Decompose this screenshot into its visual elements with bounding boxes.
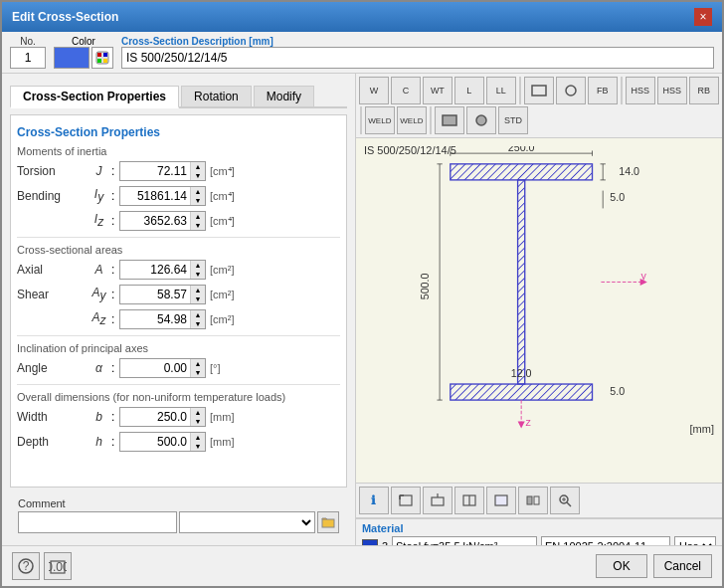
overall-label: Overall dimensions (for non-uniform temp… [17, 391, 340, 403]
axial-down[interactable]: ▼ [191, 270, 205, 279]
tab-rotation[interactable]: Rotation [181, 86, 252, 106]
tb-w-button[interactable]: W [359, 77, 389, 104]
material-section: Material 3 Use [356, 518, 722, 545]
shear-az-input[interactable] [120, 311, 190, 327]
bending-iz-input[interactable] [120, 213, 190, 229]
depth-label: Depth [17, 435, 87, 449]
right-bottom-toolbar: ℹ [356, 483, 722, 518]
tabs: Cross-Section Properties Rotation Modify [10, 86, 347, 108]
zoom-fit-button[interactable] [391, 487, 421, 514]
angle-up[interactable]: ▲ [191, 359, 205, 368]
svg-text:?: ? [23, 559, 30, 573]
shear-az-down[interactable]: ▼ [191, 319, 205, 328]
axial-input-wrap: ▲ ▼ [119, 260, 206, 280]
tb-weld2-button[interactable]: WELD [397, 106, 427, 134]
view-button[interactable] [423, 487, 452, 514]
tb-std-button[interactable]: STD [498, 106, 528, 134]
material-row: 3 Use [362, 536, 716, 545]
svg-rect-39 [432, 497, 444, 505]
svg-text:500.0: 500.0 [419, 273, 431, 299]
bending-iz-up[interactable]: ▲ [191, 212, 205, 221]
view2-button[interactable] [454, 487, 484, 514]
comment-browse-button[interactable] [317, 511, 339, 533]
shear-az-spinners: ▲ ▼ [190, 310, 205, 328]
tb-wt-button[interactable]: WT [423, 77, 452, 104]
tb-c-button[interactable]: C [391, 77, 421, 104]
view3-button[interactable] [486, 487, 516, 514]
ok-button[interactable]: OK [596, 554, 646, 578]
reset-button[interactable]: 0.00 [44, 552, 72, 580]
torsion-up[interactable]: ▲ [191, 162, 205, 171]
shear-ay-input[interactable] [120, 287, 190, 302]
bending-iy-symbol: Iy [87, 187, 111, 204]
angle-input[interactable] [120, 360, 190, 376]
tb-cir2-button[interactable] [466, 106, 496, 134]
tb-weld1-button[interactable]: WELD [365, 106, 395, 134]
shear-az-symbol: Az [87, 310, 111, 327]
shear-az-row: Az : ▲ ▼ [cm²] [17, 309, 340, 329]
bending-iy-down[interactable]: ▼ [191, 196, 205, 205]
cancel-button[interactable]: Cancel [653, 554, 712, 578]
depth-symbol: h [87, 435, 111, 449]
tb-hss1-button[interactable]: HSS [626, 77, 655, 104]
depth-input[interactable] [120, 434, 190, 450]
comment-dropdown[interactable] [179, 511, 315, 533]
bending-iy-input[interactable] [120, 188, 190, 204]
tb-rec1-button[interactable] [524, 77, 554, 104]
desc-section: Cross-Section Description [mm] [121, 36, 714, 69]
bending-iz-unit: [cm⁴] [210, 215, 235, 228]
bending-label: Bending [17, 189, 87, 203]
view4-button[interactable] [518, 487, 548, 514]
shear-az-up[interactable]: ▲ [191, 310, 205, 319]
tb-rb-button[interactable]: RB [689, 77, 719, 104]
material-standard-input[interactable] [541, 536, 670, 545]
tb-hss2-button[interactable]: HSS [657, 77, 687, 104]
bottom-right: OK Cancel [596, 554, 712, 578]
svg-rect-44 [527, 496, 532, 504]
torsion-down[interactable]: ▼ [191, 171, 205, 180]
shear-ay-down[interactable]: ▼ [191, 294, 205, 303]
drawing-area: IS 500/250/12/14/5 [mm] [356, 138, 722, 483]
shear-ay-up[interactable]: ▲ [191, 286, 205, 294]
separator2 [17, 335, 340, 336]
color-picker-button[interactable] [91, 47, 113, 69]
svg-text:z: z [526, 416, 531, 428]
width-input[interactable] [120, 409, 190, 425]
comment-input[interactable] [18, 511, 177, 533]
info-button[interactable]: ℹ [359, 487, 389, 514]
svg-point-9 [476, 115, 486, 125]
section-header: Cross-Section Properties [17, 125, 340, 139]
tb-fb-button[interactable]: FB [588, 77, 618, 104]
depth-down[interactable]: ▼ [191, 442, 205, 451]
view-icon [429, 492, 447, 508]
right-panel: W C WT L LL FB HSS HSS RB [355, 74, 722, 545]
angle-down[interactable]: ▼ [191, 368, 205, 377]
bending-iy-up[interactable]: ▲ [191, 187, 205, 196]
material-fy-input[interactable] [392, 536, 537, 545]
tb-rec2-button[interactable] [435, 106, 464, 134]
depth-up[interactable]: ▲ [191, 433, 205, 442]
cir2-icon [472, 112, 490, 128]
width-down[interactable]: ▼ [191, 417, 205, 426]
desc-input[interactable] [121, 47, 714, 69]
bending-iz-down[interactable]: ▼ [191, 221, 205, 230]
zoom-button[interactable] [550, 487, 580, 514]
width-up[interactable]: ▲ [191, 408, 205, 417]
close-button[interactable]: × [694, 8, 712, 26]
tab-properties[interactable]: Cross-Section Properties [10, 86, 179, 108]
axial-up[interactable]: ▲ [191, 261, 205, 270]
help-button[interactable]: ? [12, 552, 40, 580]
tab-modify[interactable]: Modify [254, 86, 314, 106]
top-section: No. 1 Color Cross-Section Descript [2, 32, 722, 74]
tb-l-button[interactable]: L [454, 77, 484, 104]
depth-row: Depth h : ▲ ▼ [mm] [17, 432, 340, 452]
zoom-fit-icon [397, 492, 415, 508]
axial-row: Axial A : ▲ ▼ [cm²] [17, 260, 340, 280]
material-use-select[interactable]: Use [674, 536, 716, 545]
tb-cir1-button[interactable] [556, 77, 586, 104]
depth-spinners: ▲ ▼ [190, 433, 205, 451]
tb-ll-button[interactable]: LL [486, 77, 516, 104]
torsion-input[interactable] [120, 163, 190, 179]
axial-input[interactable] [120, 262, 190, 278]
angle-spinners: ▲ ▼ [190, 359, 205, 377]
